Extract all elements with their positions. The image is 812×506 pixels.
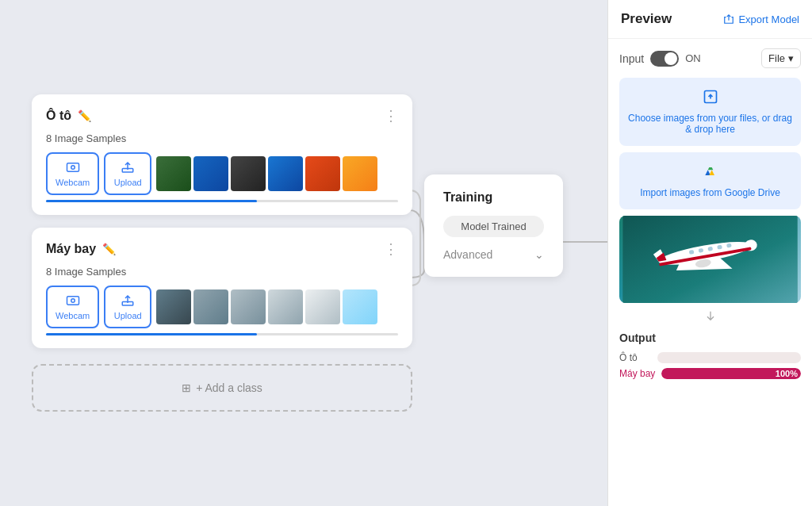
thumb-oto-4 — [268, 156, 303, 191]
drive-box[interactable]: Import images from Google Drive — [619, 152, 801, 209]
upload-btn-oto[interactable]: Upload — [104, 152, 151, 195]
drive-icon — [703, 163, 718, 179]
edit-icon-oto[interactable]: ✏️ — [78, 109, 91, 122]
svg-point-2 — [71, 166, 75, 170]
thumb-plane-6 — [343, 289, 377, 324]
class-title-oto: Ô tô ✏️ — [46, 109, 91, 123]
scroll-thumb-oto — [46, 200, 257, 202]
output-bar-oto — [657, 352, 801, 363]
thumb-plane-2 — [193, 289, 228, 324]
upload-icon-maybay — [121, 293, 135, 308]
upload-icon-oto — [121, 160, 135, 174]
right-panel: Preview Export Model Input ON File ▾ — [607, 0, 812, 506]
thumb-oto-1 — [156, 156, 191, 191]
class-header-oto: Ô tô ✏️ ⋮ — [46, 107, 398, 125]
svg-rect-3 — [122, 169, 133, 173]
preview-image — [619, 216, 801, 303]
sample-count-oto: 8 Image Samples — [46, 132, 398, 144]
input-toggle[interactable] — [650, 51, 679, 67]
training-title: Training — [443, 190, 544, 205]
thumb-strip-oto — [156, 156, 377, 191]
output-fill-maybay: 100% — [661, 368, 801, 379]
upload-box-text: Choose images from your files, or drag &… — [627, 113, 793, 135]
thumb-plane-4 — [268, 289, 303, 324]
thumb-plane-3 — [231, 289, 266, 324]
add-class-label: + Add a class — [196, 381, 262, 394]
output-row-oto: Ô tô — [619, 352, 801, 363]
webcam-btn-maybay[interactable]: Webcam — [46, 286, 99, 328]
svg-point-5 — [71, 299, 75, 303]
output-label-oto: Ô tô — [619, 352, 651, 363]
toggle-knob — [665, 52, 677, 65]
add-class-icon: ⊞ — [182, 381, 191, 394]
scroll-thumb-maybay — [46, 333, 257, 335]
airplane-preview-svg — [619, 216, 801, 303]
panel-title: Preview — [621, 11, 672, 27]
advanced-row[interactable]: Advanced ⌄ — [443, 248, 544, 261]
thumb-oto-2 — [193, 156, 228, 191]
webcam-icon-maybay — [66, 293, 80, 308]
training-box: Training Model Trained Advanced ⌄ — [424, 174, 563, 277]
svg-rect-4 — [67, 297, 79, 305]
output-bar-maybay: 100% — [661, 368, 801, 379]
output-row-maybay: Máy bay 100% — [619, 368, 801, 379]
upload-box[interactable]: Choose images from your files, or drag &… — [619, 78, 801, 146]
svg-rect-6 — [122, 302, 133, 306]
class-header-maybay: Máy bay ✏️ ⋮ — [46, 240, 398, 258]
export-model-button[interactable]: Export Model — [723, 13, 799, 25]
svg-rect-1 — [67, 163, 79, 172]
upload-box-icon — [703, 89, 718, 105]
class-name-maybay: Máy bay — [46, 242, 96, 256]
export-icon — [723, 13, 734, 25]
advanced-chevron-icon: ⌄ — [534, 248, 544, 261]
sample-count-maybay: 8 Image Samples — [46, 266, 398, 278]
panel-header: Preview Export Model — [608, 0, 812, 39]
thumb-plane-5 — [305, 289, 340, 324]
arrow-down — [619, 309, 801, 325]
thumb-plane-1 — [156, 289, 191, 324]
file-label: File — [768, 52, 785, 64]
thumb-oto-5 — [305, 156, 340, 191]
upload-btn-maybay[interactable]: Upload — [104, 286, 151, 328]
image-row-maybay: Webcam Upload — [46, 286, 398, 328]
export-label: Export Model — [738, 13, 799, 25]
thumb-strip-maybay — [156, 289, 377, 324]
arrow-down-icon — [704, 309, 717, 322]
output-title: Output — [619, 332, 801, 344]
output-pct-maybay: 100% — [776, 369, 801, 378]
class-name-oto: Ô tô — [46, 109, 71, 123]
edit-icon-maybay[interactable]: ✏️ — [102, 243, 116, 255]
panel-body: Input ON File ▾ Choose images from your … — [608, 39, 812, 506]
output-label-maybay: Máy bay — [619, 368, 655, 379]
thumb-oto-3 — [231, 156, 266, 191]
scroll-track-oto — [46, 200, 398, 202]
drive-box-text: Import images from Google Drive — [627, 187, 793, 198]
file-select[interactable]: File ▾ — [761, 48, 801, 68]
model-trained-badge: Model Trained — [443, 216, 544, 237]
class-card-oto: Ô tô ✏️ ⋮ 8 Image Samples Webcam Upload — [32, 94, 412, 215]
input-row: Input ON File ▾ — [619, 48, 801, 68]
more-options-maybay[interactable]: ⋮ — [384, 240, 398, 258]
output-section: Output Ô tô Máy bay 100% — [619, 332, 801, 379]
more-options-oto[interactable]: ⋮ — [384, 107, 398, 125]
class-card-maybay: Máy bay ✏️ ⋮ 8 Image Samples Webcam Uplo… — [32, 228, 412, 348]
file-chevron-icon: ▾ — [788, 52, 794, 64]
class-title-maybay: Máy bay ✏️ — [46, 242, 116, 256]
input-label: Input — [619, 52, 644, 65]
webcam-btn-oto[interactable]: Webcam — [46, 152, 99, 195]
image-row-oto: Webcam Upload — [46, 152, 398, 195]
webcam-icon-oto — [66, 160, 80, 174]
thumb-oto-6 — [343, 156, 377, 191]
advanced-label: Advanced — [443, 248, 492, 261]
add-class-button[interactable]: ⊞ + Add a class — [32, 364, 412, 412]
scroll-track-maybay — [46, 333, 398, 335]
on-label: ON — [685, 52, 701, 64]
